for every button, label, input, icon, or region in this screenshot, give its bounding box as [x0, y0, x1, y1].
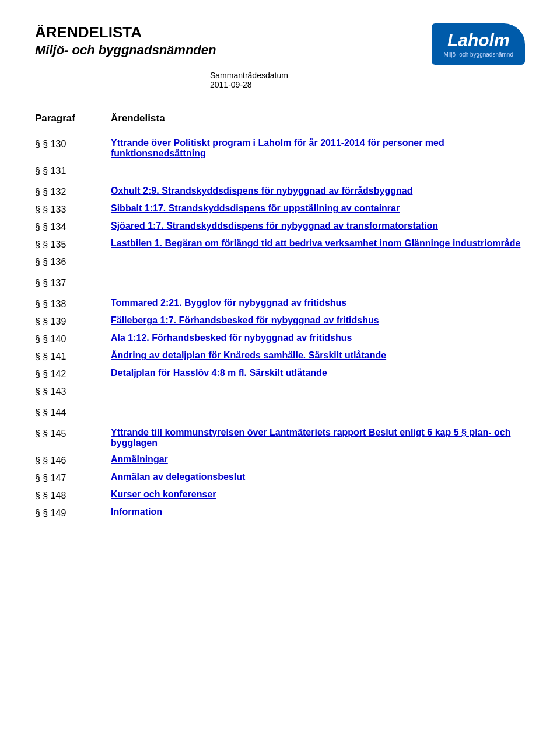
item-link[interactable]: Tommared 2:21. Bygglov för nybyggnad av … — [111, 298, 346, 308]
item-link[interactable]: Anmälan av delegationsbeslut — [111, 472, 245, 482]
item-content[interactable]: Yttrande över Politiskt program i Laholm… — [111, 138, 525, 159]
paragraph-number: § 143 — [35, 385, 111, 397]
paragraph-number: § 130 — [35, 138, 111, 149]
item-content[interactable]: Sjöared 1:7. Strandskyddsdispens för nyb… — [111, 221, 525, 231]
table-header: Paragraf Ärendelista — [35, 113, 525, 128]
paragraph-number: § 136 — [35, 256, 111, 267]
table-row: § 146Anmälningar — [35, 454, 525, 466]
item-content — [111, 385, 525, 401]
item-content — [111, 277, 525, 292]
table-row: § 143 — [35, 385, 525, 401]
logo-block: Laholm Miljö- och byggnadsnämnd — [432, 23, 525, 65]
logo-main-text: Laholm — [447, 30, 510, 50]
paragraph-number: § 140 — [35, 333, 111, 344]
item-link[interactable]: Detaljplan för Hasslöv 4:8 m fl. Särskil… — [111, 368, 327, 378]
item-link[interactable]: Yttrande till kommunstyrelsen över Lantm… — [111, 427, 511, 448]
item-link[interactable]: Fälleberga 1:7. Förhandsbesked för nybyg… — [111, 315, 379, 325]
item-link[interactable]: Anmälningar — [111, 454, 168, 464]
table-row: § 135Lastbilen 1. Begäran om förlängd ti… — [35, 238, 525, 250]
item-link[interactable]: Ändring av detaljplan för Knäreds samhäl… — [111, 350, 386, 360]
paragraph-number: § 138 — [35, 298, 111, 309]
paragraph-number: § 139 — [35, 315, 111, 327]
item-content[interactable]: Detaljplan för Hasslöv 4:8 m fl. Särskil… — [111, 368, 525, 378]
item-link[interactable]: Yttrande över Politiskt program i Laholm… — [111, 138, 444, 158]
paragraph-number: § 149 — [35, 507, 111, 518]
item-content[interactable]: Anmälningar — [111, 454, 525, 465]
paragraph-number: § 147 — [35, 472, 111, 483]
item-content[interactable]: Kurser och konferenser — [111, 489, 525, 500]
paragraph-number: § 133 — [35, 203, 111, 215]
table-row: § 139Fälleberga 1:7. Förhandsbesked för … — [35, 315, 525, 327]
paragraph-number: § 132 — [35, 186, 111, 197]
paragraph-number: § 134 — [35, 221, 111, 232]
col-header-paragraf: Paragraf — [35, 113, 111, 124]
item-content[interactable]: Yttrande till kommunstyrelsen över Lantm… — [111, 427, 525, 448]
table-row: § 148Kurser och konferenser — [35, 489, 525, 501]
item-link[interactable]: Ala 1:12. Förhandsbesked för nybyggnad a… — [111, 333, 352, 343]
item-content[interactable]: Ändring av detaljplan för Knäreds samhäl… — [111, 350, 525, 361]
item-link[interactable]: Sibbalt 1:17. Strandskyddsdispens för up… — [111, 203, 400, 213]
item-link[interactable]: Oxhult 2:9. Strandskyddsdispens för nyby… — [111, 186, 412, 196]
item-content[interactable]: Anmälan av delegationsbeslut — [111, 472, 525, 482]
paragraph-number: § 137 — [35, 277, 111, 288]
item-content[interactable]: Tommared 2:21. Bygglov för nybyggnad av … — [111, 298, 525, 308]
table-row: § 134Sjöared 1:7. Strandskyddsdispens fö… — [35, 221, 525, 232]
item-link[interactable]: Kurser och konferenser — [111, 489, 216, 499]
date-label: Sammanträdesdatum — [210, 71, 525, 80]
table-row: § 138Tommared 2:21. Bygglov för nybyggna… — [35, 298, 525, 309]
page-subtitle: Miljö- och byggnadsnämnden — [35, 43, 216, 58]
item-link[interactable]: Information — [111, 507, 162, 517]
table-row: § 140Ala 1:12. Förhandsbesked för nybygg… — [35, 333, 525, 344]
col-header-arendelista: Ärendelista — [111, 113, 165, 124]
paragraph-number: § 148 — [35, 489, 111, 501]
item-content[interactable]: Lastbilen 1. Begäran om förlängd tid att… — [111, 238, 525, 249]
table-row: § 137 — [35, 277, 525, 292]
table-row: § 145Yttrande till kommunstyrelsen över … — [35, 427, 525, 448]
item-content[interactable]: Information — [111, 507, 525, 517]
page-main-title: ÄRENDELISTA — [35, 23, 216, 41]
table-row: § 136 — [35, 256, 525, 271]
item-content[interactable]: Ala 1:12. Förhandsbesked för nybyggnad a… — [111, 333, 525, 343]
table-row: § 142Detaljplan för Hasslöv 4:8 m fl. Sä… — [35, 368, 525, 380]
table-row: § 131 — [35, 165, 525, 180]
table-row: § 144 — [35, 406, 525, 422]
paragraph-number: § 145 — [35, 427, 111, 439]
table-row: § 149Information — [35, 507, 525, 518]
item-content[interactable]: Fälleberga 1:7. Förhandsbesked för nybyg… — [111, 315, 525, 326]
table-row: § 132Oxhult 2:9. Strandskyddsdispens för… — [35, 186, 525, 197]
item-content[interactable]: Oxhult 2:9. Strandskyddsdispens för nyby… — [111, 186, 525, 196]
paragraph-number: § 135 — [35, 238, 111, 250]
logo: Laholm Miljö- och byggnadsnämnd — [432, 23, 525, 65]
table-row: § 130Yttrande över Politiskt program i L… — [35, 138, 525, 159]
items-list: § 130Yttrande över Politiskt program i L… — [35, 138, 525, 524]
paragraph-number: § 131 — [35, 165, 111, 176]
paragraph-number: § 141 — [35, 350, 111, 362]
date-value: 2011-09-28 — [210, 80, 525, 89]
item-link[interactable]: Lastbilen 1. Begäran om förlängd tid att… — [111, 238, 520, 248]
item-content — [111, 406, 525, 422]
item-content — [111, 165, 525, 180]
paragraph-number: § 144 — [35, 406, 111, 418]
logo-sub-text: Miljö- och byggnadsnämnd — [443, 51, 513, 58]
header-title-block: ÄRENDELISTA Miljö- och byggnadsnämnden — [35, 23, 216, 58]
item-content — [111, 256, 525, 271]
item-content[interactable]: Sibbalt 1:17. Strandskyddsdispens för up… — [111, 203, 525, 214]
date-section: Sammanträdesdatum 2011-09-28 — [210, 71, 525, 89]
item-link[interactable]: Sjöared 1:7. Strandskyddsdispens för nyb… — [111, 221, 438, 231]
table-row: § 147Anmälan av delegationsbeslut — [35, 472, 525, 483]
table-row: § 133Sibbalt 1:17. Strandskyddsdispens f… — [35, 203, 525, 215]
paragraph-number: § 146 — [35, 454, 111, 466]
table-row: § 141Ändring av detaljplan för Knäreds s… — [35, 350, 525, 362]
paragraph-number: § 142 — [35, 368, 111, 380]
